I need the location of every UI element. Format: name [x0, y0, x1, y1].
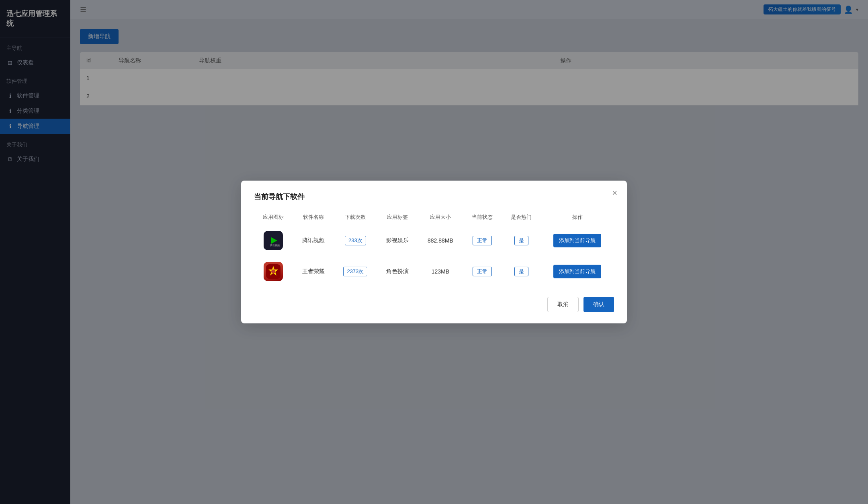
app-status-1: 正常	[463, 225, 502, 256]
app-hot-2: 是	[502, 256, 541, 287]
dialog-col-icon: 应用图标	[254, 210, 293, 225]
app-hot-1: 是	[502, 225, 541, 256]
dialog-table-row: 王者荣耀 2373次 角色扮演 123MB 正常 是 添加到当前导航	[254, 256, 614, 287]
app-status-2: 正常	[463, 256, 502, 287]
dialog-table-row: 腾讯视频 腾讯视频 233次 影视娱乐 882.88MB 正常	[254, 225, 614, 256]
tencent-video-icon: 腾讯视频	[264, 231, 283, 250]
confirm-button[interactable]: 确认	[583, 297, 614, 312]
downloads-badge-2: 2373次	[343, 267, 367, 276]
dialog-footer: 取消 确认	[254, 297, 614, 312]
app-size-1: 882.88MB	[418, 225, 463, 256]
dialog-col-size: 应用大小	[418, 210, 463, 225]
app-icon-cell-1: 腾讯视频	[254, 225, 293, 256]
dialog-col-hot: 是否热门	[502, 210, 541, 225]
hot-badge-2: 是	[514, 267, 528, 276]
dialog-close-button[interactable]: ×	[612, 189, 617, 197]
app-name-2: 王者荣耀	[293, 256, 334, 287]
app-tag-1: 影视娱乐	[377, 225, 418, 256]
add-to-nav-btn-2[interactable]: 添加到当前导航	[553, 265, 601, 278]
app-icon-container-1: 腾讯视频	[259, 231, 288, 250]
app-action-1: 添加到当前导航	[541, 225, 614, 256]
status-badge-1: 正常	[473, 236, 492, 245]
status-badge-2: 正常	[473, 267, 492, 276]
app-size-2: 123MB	[418, 256, 463, 287]
dialog-title: 当前导航下软件	[254, 192, 614, 202]
app-name-1: 腾讯视频	[293, 225, 334, 256]
downloads-badge-1: 233次	[345, 236, 366, 245]
dialog-col-status: 当前状态	[463, 210, 502, 225]
hot-badge-1: 是	[514, 236, 528, 245]
app-icon-container-2	[259, 262, 288, 281]
dialog-col-ops: 操作	[541, 210, 614, 225]
king-glory-icon	[264, 262, 283, 281]
dialog-col-name: 软件名称	[293, 210, 334, 225]
dialog-table: 应用图标 软件名称 下载次数 应用标签 应用大小 当前状态 是否热门 操作	[254, 210, 614, 287]
svg-text:腾讯视频: 腾讯视频	[270, 244, 280, 247]
dialog-col-downloads: 下载次数	[334, 210, 377, 225]
dialog: 当前导航下软件 × 应用图标 软件名称 下载次数 应用标签 应用大小 当前状态 …	[241, 181, 627, 323]
app-downloads-2: 2373次	[334, 256, 377, 287]
modal-overlay: 当前导航下软件 × 应用图标 软件名称 下载次数 应用标签 应用大小 当前状态 …	[0, 0, 868, 504]
app-action-2: 添加到当前导航	[541, 256, 614, 287]
add-to-nav-btn-1[interactable]: 添加到当前导航	[553, 234, 601, 247]
cancel-button[interactable]: 取消	[547, 297, 579, 312]
dialog-col-tag: 应用标签	[377, 210, 418, 225]
app-tag-2: 角色扮演	[377, 256, 418, 287]
svg-point-5	[271, 269, 275, 274]
app-icon-cell-2	[254, 256, 293, 287]
app-downloads-1: 233次	[334, 225, 377, 256]
